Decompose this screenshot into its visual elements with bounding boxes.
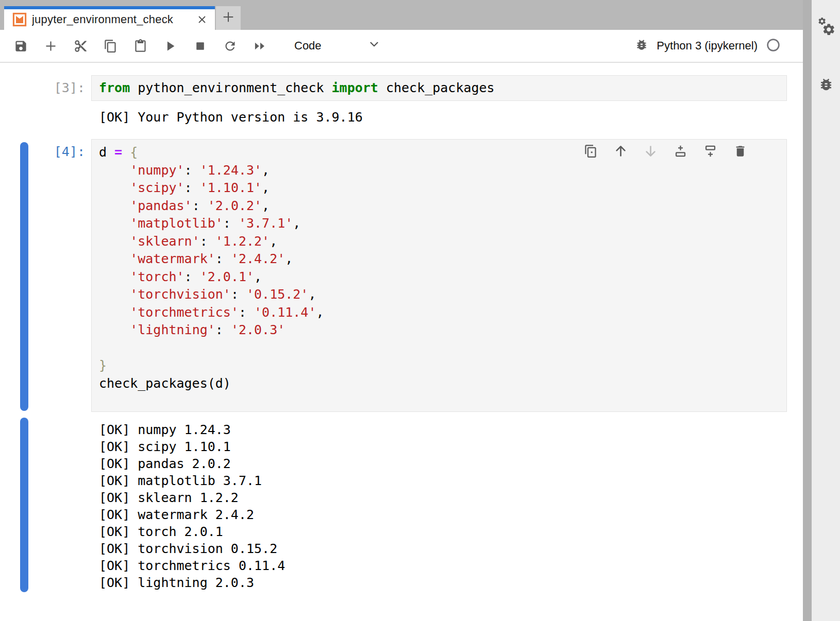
move-cell-down-button[interactable]: [644, 144, 658, 158]
kernel-name[interactable]: Python 3 (ipykernel): [657, 39, 758, 53]
debugger-sidebar-bug-icon[interactable]: [812, 71, 840, 98]
insert-cell-button[interactable]: [44, 39, 58, 53]
run-cell-button[interactable]: [163, 39, 177, 53]
cell-type-select[interactable]: Code: [294, 38, 381, 54]
save-button[interactable]: [14, 39, 28, 53]
notebook-toolbar: Code Python 3 (ipykernel): [0, 30, 817, 63]
cell-output: [OK] numpy 1.24.3[OK] scipy 1.10.1[OK] p…: [99, 421, 285, 591]
paste-cells-button[interactable]: [133, 39, 147, 53]
jupyterlab-window: jupyter_environment_check: [0, 0, 840, 621]
copy-cells-button[interactable]: [104, 39, 117, 53]
code-cell-input[interactable]: from python_environment_check import che…: [91, 75, 787, 101]
notebook-content: [3]: from python_environment_check impor…: [0, 63, 803, 621]
execution-prompt: [4]:: [0, 144, 85, 160]
property-inspector-gears-icon[interactable]: [812, 13, 840, 40]
input-collapser[interactable]: [20, 142, 28, 411]
chevron-down-icon: [367, 38, 381, 54]
duplicate-cell-button[interactable]: [584, 144, 598, 158]
debugger-bug-icon[interactable]: [635, 38, 648, 54]
tab-notebook[interactable]: jupyter_environment_check: [4, 6, 215, 30]
delete-cell-button[interactable]: [733, 144, 747, 158]
notebook-file-icon: [12, 12, 27, 27]
cut-cells-button[interactable]: [74, 39, 88, 53]
cell-toolbar: [584, 144, 747, 158]
cell-output: [OK] Your Python version is 3.9.16: [99, 109, 363, 126]
code-editor: from python_environment_check import che…: [92, 76, 786, 97]
code-editor: d = { 'numpy': '1.24.3', 'scipy': '1.10.…: [92, 140, 786, 392]
kernel-area: Python 3 (ipykernel): [635, 38, 781, 55]
tab-title: jupyter_environment_check: [32, 13, 195, 26]
insert-cell-below-button[interactable]: [703, 144, 717, 158]
right-sidebar: [812, 0, 840, 621]
plus-icon: [221, 10, 236, 26]
execution-prompt: [3]:: [0, 80, 85, 96]
notebook-panel: jupyter_environment_check: [0, 0, 803, 621]
dock-tab-bar: jupyter_environment_check: [0, 0, 803, 30]
output-collapser[interactable]: [20, 418, 28, 592]
restart-run-all-button[interactable]: [253, 39, 267, 53]
cell-type-value: Code: [294, 39, 322, 53]
restart-kernel-button[interactable]: [223, 39, 237, 53]
move-cell-up-button[interactable]: [614, 144, 628, 158]
panel-resize-gutter[interactable]: [803, 0, 812, 621]
insert-cell-above-button[interactable]: [674, 144, 687, 158]
code-cell-input[interactable]: d = { 'numpy': '1.24.3', 'scipy': '1.10.…: [91, 139, 787, 412]
new-launcher-button[interactable]: [216, 6, 241, 30]
kernel-status-icon[interactable]: [766, 38, 781, 55]
interrupt-kernel-button[interactable]: [193, 39, 207, 53]
tab-close-icon[interactable]: [195, 13, 209, 26]
